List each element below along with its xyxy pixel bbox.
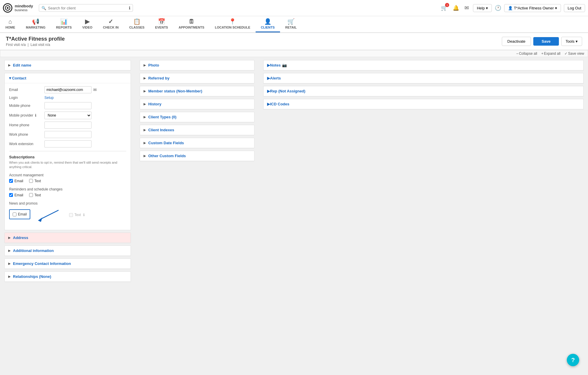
edit-name-header[interactable]: ▶ Edit name: [5, 60, 131, 70]
mobile-provider-select[interactable]: None AT&T Verizon T-Mobile: [44, 112, 91, 119]
chevron-down-icon: ▾: [555, 6, 557, 10]
nav-item-events[interactable]: 📅 EVENTS: [150, 16, 173, 32]
icd-codes-section: ▶ ICD Codes: [263, 99, 584, 109]
history-header[interactable]: ▶ History: [140, 99, 254, 109]
help-fab-button[interactable]: ?: [567, 354, 579, 366]
contact-section: ▼ Contact Email ✉ Login Setup Mobile pho…: [4, 73, 131, 230]
arrow-annotation: [35, 207, 64, 223]
svg-marker-3: [38, 218, 42, 222]
chevron-right-icon: ▶: [144, 115, 146, 119]
chevron-right-icon: ▶: [8, 236, 11, 239]
reminders-checkboxes: Email Text: [9, 193, 126, 197]
chevron-right-icon: ▶: [144, 154, 146, 157]
relationships-header[interactable]: ▶ Relationships (None): [5, 272, 131, 282]
home-phone-field[interactable]: [44, 122, 91, 129]
additional-info-header[interactable]: ▶ Additional information: [5, 246, 131, 256]
rep-header[interactable]: ▶ Rep (Not Assigned): [264, 86, 583, 96]
other-custom-header[interactable]: ▶ Other Custom Fields: [140, 151, 254, 161]
expand-all-button[interactable]: + Expand all: [541, 52, 560, 56]
notes-section: ▶ Notes 📷: [263, 60, 584, 71]
nav-item-appointments[interactable]: 🗓 APPOINTMENTS: [173, 16, 209, 32]
member-status-section: ▶ Member status (Non-Member): [140, 86, 254, 97]
referred-by-section: ▶ Referred by: [140, 73, 254, 84]
nav-item-home[interactable]: ⌂ HOME: [0, 16, 21, 32]
news-text-checkbox-label[interactable]: Text ℹ: [69, 213, 85, 217]
rep-section: ▶ Rep (Not Assigned): [263, 86, 584, 97]
account-email-checkbox[interactable]: [9, 179, 13, 183]
save-view-button[interactable]: ✓ Save view: [564, 52, 584, 56]
tools-button[interactable]: Tools ▾: [561, 37, 582, 46]
mobile-provider-row: Mobile provider ℹ None AT&T Verizon T-Mo…: [9, 112, 126, 119]
cart-badge: 1: [445, 3, 449, 7]
mobile-phone-field[interactable]: [44, 102, 91, 109]
profile-actions: Deactivate Save Tools ▾: [502, 37, 582, 46]
address-section: ▶ Address: [4, 233, 131, 243]
client-types-header[interactable]: ▶ Client Types (0): [140, 112, 254, 122]
emergency-contact-section: ▶ Emergency Contact Information: [4, 258, 131, 269]
reminders-email-checkbox-label[interactable]: Email: [9, 193, 23, 197]
cart-button[interactable]: 🛒 1: [440, 4, 449, 12]
email-field[interactable]: [44, 86, 91, 93]
account-email-checkbox-label[interactable]: Email: [9, 179, 23, 183]
client-indexes-header[interactable]: ▶ Client Indexes: [140, 125, 254, 135]
nav-item-marketing[interactable]: 📢 MARKETING: [21, 16, 51, 32]
nav-item-reports[interactable]: 📊 REPORTS: [51, 16, 77, 32]
notes-header[interactable]: ▶ Notes 📷: [264, 60, 583, 70]
account-text-checkbox[interactable]: [29, 179, 33, 183]
address-header[interactable]: ▶ Address: [5, 233, 131, 243]
deactivate-button[interactable]: Deactivate: [502, 37, 531, 46]
member-status-header[interactable]: ▶ Member status (Non-Member): [140, 86, 254, 96]
account-text-checkbox-label[interactable]: Text: [29, 179, 41, 183]
chevron-right-icon: ▶: [8, 262, 11, 265]
chevron-right-icon: ▶: [8, 275, 11, 278]
collapse-all-button[interactable]: – Collapse all: [517, 52, 537, 56]
bell-button[interactable]: 🔔: [452, 4, 460, 12]
save-button[interactable]: Save: [533, 37, 559, 46]
news-email-checkbox-label[interactable]: Email: [13, 212, 27, 216]
login-setup-link[interactable]: Setup: [44, 96, 54, 100]
logout-button[interactable]: Log Out: [564, 4, 585, 12]
chevron-right-icon: ▶: [267, 89, 270, 93]
search-bar[interactable]: 🔍 ℹ: [39, 4, 133, 12]
mobile-phone-row: Mobile phone: [9, 102, 126, 109]
other-custom-section: ▶ Other Custom Fields: [140, 151, 254, 161]
nav-item-retail[interactable]: 🛒 RETAIL: [280, 16, 302, 32]
referred-by-header[interactable]: ▶ Referred by: [140, 73, 254, 83]
news-email-checkbox[interactable]: [13, 213, 16, 216]
contact-header[interactable]: ▼ Contact: [5, 73, 131, 83]
location-icon: 📍: [229, 19, 236, 24]
chevron-right-icon: ▶: [267, 63, 270, 67]
message-button[interactable]: ✉: [463, 4, 470, 12]
chevron-down-icon: ▼: [8, 76, 12, 80]
nav-item-classes[interactable]: 📋 CLASSES: [124, 16, 150, 32]
video-icon: ▶: [85, 19, 89, 24]
nav-item-clients[interactable]: 👤 CLIENTS: [256, 16, 280, 32]
emergency-contact-header[interactable]: ▶ Emergency Contact Information: [5, 259, 131, 269]
work-extension-field[interactable]: [44, 140, 91, 147]
chevron-right-icon: ▶: [144, 77, 146, 80]
search-input[interactable]: [48, 6, 128, 10]
reminders-email-checkbox[interactable]: [9, 193, 13, 197]
annotation-arrow: [35, 207, 64, 222]
news-text-checkbox[interactable]: [69, 213, 73, 217]
help-button[interactable]: Help ▾: [473, 4, 492, 12]
work-phone-field[interactable]: [44, 131, 91, 138]
email-icon[interactable]: ✉: [93, 87, 97, 92]
user-menu-button[interactable]: 👤 T*Active Fitness Owner ▾: [504, 4, 561, 12]
reminders-text-checkbox[interactable]: [29, 193, 33, 197]
svg-point-1: [7, 7, 9, 9]
account-mgmt-checkboxes: Email Text: [9, 179, 126, 183]
photo-header[interactable]: ▶ Photo: [140, 60, 254, 70]
right-column: ▶ Notes 📷 ▶ Alerts ▶ Rep (Not Assigned) …: [259, 57, 588, 375]
logo-icon: [3, 3, 12, 13]
custom-date-header[interactable]: ▶ Custom Date Fields: [140, 138, 254, 148]
reminders-text-checkbox-label[interactable]: Text: [29, 193, 41, 197]
login-row: Login Setup: [9, 96, 126, 100]
nav-item-video[interactable]: ▶ VIDEO: [77, 16, 98, 32]
icd-codes-header[interactable]: ▶ ICD Codes: [264, 99, 583, 109]
retail-icon: 🛒: [287, 19, 295, 24]
chevron-right-icon: ▶: [8, 64, 11, 67]
nav-item-checkin[interactable]: ✓ CHECK IN: [98, 16, 124, 32]
alerts-header[interactable]: ▶ Alerts: [264, 73, 583, 83]
nav-item-location[interactable]: 📍 LOCATION SCHEDULE: [210, 16, 256, 32]
